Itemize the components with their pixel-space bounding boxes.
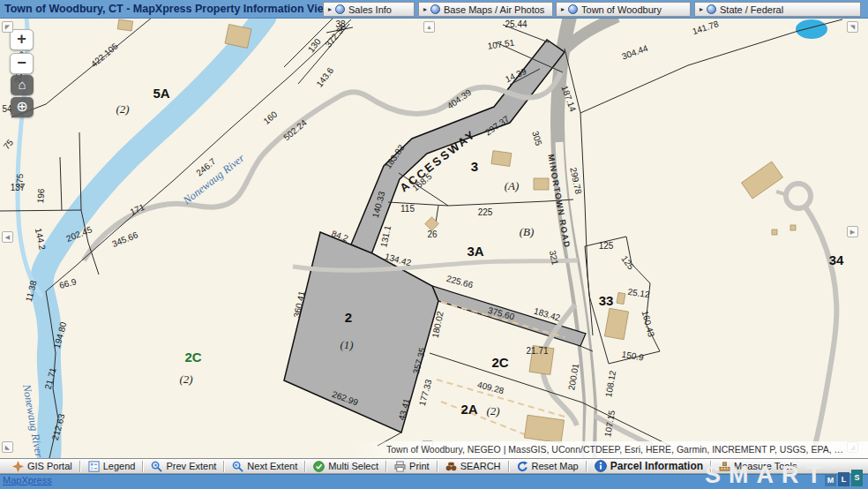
dimension-label: 225.66	[445, 274, 475, 290]
menu-state-federal[interactable]: ▸ State / Federal	[694, 2, 861, 17]
dimension-label: 225	[478, 207, 493, 217]
parcel-sublabel: (2)	[116, 102, 129, 116]
dimension-label: 200.01	[566, 362, 580, 390]
dimension-label: 25.44	[505, 19, 527, 29]
toolbar-multi-select[interactable]: Multi Select	[306, 461, 385, 472]
dimension-label: 299.78	[568, 167, 583, 196]
toolbar-next-extent[interactable]: Next Extent	[225, 461, 304, 472]
map-drawing: 38372.36130143.6422.105204,7521375475275…	[0, 19, 868, 458]
pond	[796, 19, 827, 39]
toolbar-label: Print	[409, 461, 430, 471]
locate-button[interactable]: ⊕	[11, 97, 34, 117]
menu-arrow-icon: ▸	[561, 2, 565, 17]
search-binoculars-icon	[445, 461, 457, 472]
dimension-label: 141.78	[691, 19, 720, 36]
parcel-label: 3	[471, 159, 478, 174]
zoom-in-button[interactable]: +	[10, 29, 34, 50]
parcel-label: 2A	[460, 402, 477, 417]
smart-logo-word: SMART	[705, 462, 829, 488]
dimension-label: 321	[548, 250, 560, 267]
parcel-label: 33	[599, 293, 614, 308]
dimension-label: 404.39	[445, 87, 474, 111]
title-bar: Town of Woodbury, CT - MapXpress Propert…	[0, 0, 868, 19]
prev-extent-icon	[151, 461, 162, 472]
dimension-label: 25.12	[627, 287, 651, 299]
menu-sales-info[interactable]: ▸ Sales Info	[323, 2, 415, 17]
dimension-label: 345.66	[110, 229, 139, 249]
dimension-label: 160	[262, 109, 280, 125]
parcel-sublabel: (2)	[179, 372, 192, 386]
parcel-sublabel: (B)	[520, 225, 535, 238]
zoom-panel: + −	[10, 29, 34, 77]
parcel-info-icon	[595, 460, 607, 472]
home-extent-button[interactable]: ⌂	[11, 75, 34, 95]
dimension-label: 108.12	[603, 369, 617, 397]
toolbar-parcel-information[interactable]: Parcel Information	[587, 460, 710, 472]
scroll-up-button[interactable]: ▲	[423, 21, 435, 33]
scroll-up-left-button[interactable]: ◤	[2, 21, 13, 33]
app-window: Town of Woodbury, CT - MapXpress Propert…	[0, 0, 868, 489]
menu-town-of-woodbury[interactable]: ▸ Town of Woodbury	[556, 2, 691, 17]
dimension-label: 160.43	[640, 310, 657, 339]
mapxpress-link[interactable]: MapXpress	[3, 475, 52, 485]
dimension-label: 130	[306, 36, 323, 54]
dimension-label: 125	[619, 254, 636, 272]
smart-logo-boxes: M L S	[825, 470, 863, 488]
menu-arrow-icon: ▸	[328, 2, 332, 17]
globe-icon	[568, 4, 578, 14]
smart-mls-logo: SMART M L S	[705, 460, 863, 488]
parcel-sublabel: (2)	[486, 404, 499, 418]
scroll-left-button[interactable]: ◀	[2, 231, 13, 243]
logo-box-l: L	[838, 472, 849, 486]
menu-base-maps[interactable]: ▸ Base Maps / Air Photos	[418, 2, 553, 17]
parcel-label: 3A	[467, 244, 483, 259]
toolbar-label: Legend	[103, 461, 136, 471]
dimension-label: 75	[2, 137, 16, 151]
dimension-label: 171	[129, 202, 146, 217]
toolbar-search[interactable]: SEARCH	[438, 461, 508, 472]
dimension-label: 305	[530, 130, 543, 147]
scroll-up-right-button[interactable]: ◥	[847, 21, 858, 33]
toolbar-print[interactable]: Print	[387, 461, 437, 472]
dimension-label: 143.6	[314, 65, 335, 89]
parcel-sublabel: (A)	[505, 179, 520, 192]
globe-icon	[430, 4, 440, 14]
toolbar-label: GIS Portal	[27, 461, 72, 471]
print-icon	[394, 461, 406, 472]
dimension-label: 115	[400, 204, 415, 214]
scroll-down-left-button[interactable]: ◣	[2, 441, 13, 453]
dimension-label: 144.2	[34, 227, 48, 251]
logo-box-m: M	[825, 475, 836, 486]
dimension-label: 21.71	[526, 346, 548, 356]
toolbar-label: Next Extent	[247, 461, 297, 471]
toolbar-gis-portal[interactable]: GIS Portal	[5, 461, 79, 472]
globe-icon	[335, 4, 345, 14]
map-attribution: Town of Woodbury, NEGEO | MassGIS, UConn…	[353, 441, 868, 458]
dimension-label: 125	[599, 241, 614, 251]
toolbar-reset-map[interactable]: Reset Map	[510, 461, 586, 472]
reset-map-icon	[517, 461, 528, 472]
parcel-label: 2C	[491, 355, 508, 370]
toolbar-legend[interactable]: Legend	[81, 461, 143, 472]
toolbar-label: Multi Select	[328, 461, 378, 471]
menu-label: Sales Info	[348, 4, 392, 15]
zoom-out-button[interactable]: −	[10, 53, 34, 74]
next-extent-icon	[232, 461, 243, 472]
dimension-label: 196	[35, 188, 46, 204]
menu-label: Town of Woodbury	[581, 4, 662, 15]
parcel-label: 34	[829, 252, 844, 267]
logo-box-s: S	[851, 470, 863, 486]
menu-label: State / Federal	[720, 4, 783, 15]
toolbar-prev-extent[interactable]: Prev Extent	[144, 461, 223, 472]
parcel-label: 2C	[184, 350, 201, 365]
dimension-label: 26	[427, 229, 438, 239]
menu-label: Base Maps / Air Photos	[444, 4, 544, 15]
gis-portal-icon	[12, 461, 24, 472]
scroll-right-button[interactable]: ▶	[847, 226, 858, 237]
dimension-label: 304.44	[620, 43, 649, 62]
parcel-label: 2	[345, 310, 352, 325]
globe-icon	[707, 4, 716, 14]
selected-parcel-2[interactable]	[284, 232, 438, 433]
map-canvas[interactable]: 38372.36130143.6422.105204,7521375475275…	[0, 19, 868, 458]
toolbar-label: Prev Extent	[166, 461, 216, 471]
